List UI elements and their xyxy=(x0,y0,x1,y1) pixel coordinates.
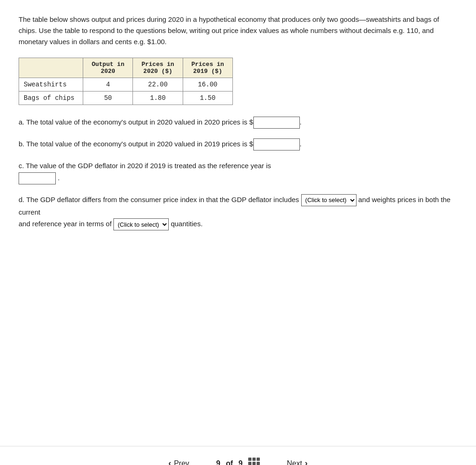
of-label: of xyxy=(226,459,233,465)
page-container: The table below shows output and prices … xyxy=(0,0,476,446)
current-page: 9 xyxy=(216,459,220,465)
row-sweatshirts-label: Sweatshirts xyxy=(19,78,83,92)
question-c-text: c. The value of the GDP deflator in 2020… xyxy=(19,162,271,170)
grid-dot xyxy=(257,462,260,465)
question-c-period: . xyxy=(56,174,60,182)
question-a-input[interactable] xyxy=(253,117,300,129)
prev-arrow-icon: ‹ xyxy=(168,458,171,465)
data-table: Output in2020 Prices in2020 ($) Prices i… xyxy=(19,58,233,105)
row-chips-label: Bags of chips xyxy=(19,92,83,105)
table-header-empty xyxy=(19,58,83,78)
prev-label: Prev xyxy=(174,459,189,465)
page-info: 9 of 9 xyxy=(216,458,260,465)
table-header-row: Output in2020 Prices in2020 ($) Prices i… xyxy=(19,58,233,78)
next-label: Next xyxy=(287,459,302,465)
prev-button[interactable]: ‹ Prev xyxy=(160,455,198,465)
intro-paragraph: The table below shows output and prices … xyxy=(19,15,439,46)
row-sweatshirts-output: 4 xyxy=(83,78,133,92)
table-header-output: Output in2020 xyxy=(83,58,133,78)
row-chips-price-2019: 1.50 xyxy=(183,92,232,105)
row-chips-output: 50 xyxy=(83,92,133,105)
next-button[interactable]: Next › xyxy=(278,455,316,465)
question-a-period: . xyxy=(300,118,302,126)
question-d-text-part3: quantities. xyxy=(171,220,202,228)
row-sweatshirts-price-2020: 22.00 xyxy=(133,78,183,92)
question-c-block: c. The value of the GDP deflator in 2020… xyxy=(19,160,457,184)
table-row: Bags of chips 50 1.80 1.50 xyxy=(19,92,233,105)
grid-icon[interactable] xyxy=(248,458,260,465)
grid-dot xyxy=(248,458,251,461)
question-d-select2[interactable]: (Click to select) xyxy=(113,218,169,230)
grid-dot xyxy=(257,458,260,461)
question-d-text-part1: d. The GDP deflator differs from the con… xyxy=(19,196,299,203)
table-header-prices-2019: Prices in2019 ($) xyxy=(183,58,232,78)
question-c-input[interactable] xyxy=(19,172,56,184)
grid-dot xyxy=(248,462,251,465)
total-pages: 9 xyxy=(238,459,243,465)
question-b-period: . xyxy=(300,140,302,148)
question-a-text: a. The total value of the economy's outp… xyxy=(19,118,253,126)
question-b-input[interactable] xyxy=(253,138,300,151)
question-d-select1[interactable]: (Click to select) xyxy=(301,194,357,206)
question-b-text: b. The total value of the economy's outp… xyxy=(19,140,253,148)
table-header-prices-2020: Prices in2020 ($) xyxy=(133,58,183,78)
grid-dot xyxy=(252,458,256,461)
row-chips-price-2020: 1.80 xyxy=(133,92,183,105)
table-row: Sweatshirts 4 22.00 16.00 xyxy=(19,78,233,92)
row-sweatshirts-price-2019: 16.00 xyxy=(183,78,232,92)
question-a-block: a. The total value of the economy's outp… xyxy=(19,116,457,129)
question-b-block: b. The total value of the economy's outp… xyxy=(19,138,457,151)
question-d-block: d. The GDP deflator differs from the con… xyxy=(19,194,457,231)
intro-text: The table below shows output and prices … xyxy=(19,14,457,47)
grid-dot xyxy=(252,462,256,465)
next-arrow-icon: › xyxy=(305,458,308,465)
bottom-navigation: ‹ Prev 9 of 9 Next › xyxy=(0,446,476,465)
